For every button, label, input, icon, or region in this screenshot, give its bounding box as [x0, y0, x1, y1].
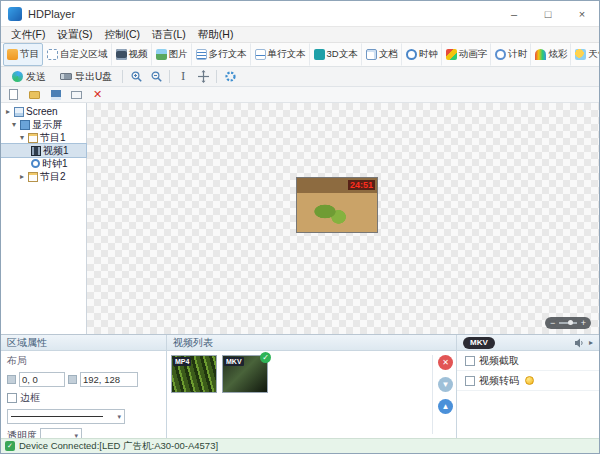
video-item-mp4[interactable]: MP4 — [171, 355, 217, 393]
tab-video[interactable]: 视频 — [112, 43, 152, 66]
tree-item-clock1[interactable]: 时钟1 — [1, 157, 86, 170]
device-status-text: Device Connected:[LED 广告机:A30-00-A4573] — [19, 440, 218, 453]
tab-label: 3D文本 — [327, 48, 358, 61]
tab-animated-text[interactable]: 动画字 — [442, 43, 492, 66]
menu-settings[interactable]: 设置(S) — [51, 28, 98, 42]
send-button[interactable]: 发送 — [5, 67, 53, 86]
film-icon — [31, 146, 41, 156]
tree-item-label: 视频1 — [43, 144, 69, 158]
video-transcode-checkbox[interactable] — [465, 376, 475, 386]
zoom-out-button[interactable] — [146, 67, 166, 86]
video-transcode-label: 视频转码 — [479, 374, 519, 388]
size-icon — [68, 375, 77, 384]
timer-icon — [495, 49, 506, 60]
expander-icon[interactable]: ▸ — [4, 107, 12, 116]
zoom-out-button[interactable]: − — [550, 317, 555, 329]
zoom-in-button[interactable] — [126, 67, 146, 86]
statusbar: ✓ Device Connected:[LED 广告机:A30-00-A4573… — [1, 438, 599, 453]
file-properties-header: MKV ▸ — [457, 335, 599, 351]
tab-multiline-text[interactable]: 多行文本 — [192, 43, 251, 66]
position-input[interactable] — [19, 372, 65, 387]
border-style-row: ▾ — [7, 409, 160, 424]
video-crop-checkbox[interactable] — [465, 356, 475, 366]
file-properties-body: 视频截取 视频转码 — [457, 351, 599, 438]
send-program-button[interactable] — [70, 88, 83, 101]
expander-icon[interactable]: ▾ — [10, 120, 18, 129]
folder-icon — [29, 91, 40, 99]
video-region-preview[interactable]: 24:51 — [296, 177, 378, 233]
video-list-header: 视频列表 — [167, 335, 456, 351]
delete-video-button[interactable]: ✕ — [438, 355, 453, 370]
expander-icon[interactable]: ▾ — [18, 133, 26, 142]
export-usb-label: 导出U盘 — [75, 70, 112, 84]
menu-control[interactable]: 控制(C) — [98, 28, 146, 42]
singleline-text-icon — [255, 49, 266, 60]
tab-singleline-text[interactable]: 单行文本 — [251, 43, 310, 66]
menu-help[interactable]: 帮助(H) — [192, 28, 240, 42]
main-area: ▸ Screen ▾ 显示屏 ▾ 节目1 视频1 时钟1 — [1, 103, 599, 334]
expander-icon[interactable]: ▸ — [18, 172, 26, 181]
new-file-icon — [9, 89, 18, 100]
colorful-icon — [535, 49, 546, 60]
settings-button[interactable] — [220, 67, 240, 86]
format-badge: MP4 — [173, 357, 191, 366]
tab-label: 图片 — [169, 48, 188, 61]
program-item-icon — [28, 172, 38, 182]
zoom-in-button[interactable]: + — [581, 317, 586, 329]
move-up-button[interactable]: ▲ — [438, 399, 453, 414]
minimize-button[interactable]: – — [497, 1, 531, 27]
tab-label: 单行文本 — [268, 48, 306, 61]
tab-document[interactable]: 文档 — [362, 43, 402, 66]
delete-program-button[interactable]: ✕ — [91, 88, 104, 101]
design-canvas: 24:51 − + — [87, 103, 599, 334]
clock-item-icon — [31, 159, 40, 168]
region-properties-panel: 区域属性 布局 边框 ▾ — [1, 335, 167, 438]
collapse-chevron-icon[interactable]: ▸ — [589, 338, 593, 347]
format-badge: MKV — [224, 357, 244, 366]
close-button[interactable]: × — [565, 1, 599, 27]
tab-label: 自定义区域 — [60, 48, 108, 61]
tab-colorful[interactable]: 炫彩 — [531, 43, 571, 66]
export-usb-button[interactable]: 导出U盘 — [53, 67, 119, 86]
action-toolbar: 发送 导出U盘 I — [1, 67, 599, 87]
open-button[interactable] — [28, 88, 41, 101]
menu-language[interactable]: 语言(L) — [146, 28, 192, 42]
tree-item-display[interactable]: ▾ 显示屏 — [1, 118, 86, 131]
toolbar-separator — [122, 70, 123, 83]
clock-icon — [406, 49, 417, 60]
tree-item-program2[interactable]: ▸ 节目2 — [1, 170, 86, 183]
border-style-select[interactable]: ▾ — [7, 409, 125, 424]
new-program-button[interactable] — [7, 88, 20, 101]
save-button[interactable] — [49, 88, 62, 101]
tab-image[interactable]: 图片 — [152, 43, 192, 66]
window-title: HDPlayer — [28, 8, 497, 20]
animated-text-icon — [446, 49, 457, 60]
text-cursor-button[interactable]: I — [173, 67, 193, 86]
program-toolbar: ✕ — [1, 87, 599, 103]
move-down-button[interactable]: ▼ — [438, 377, 453, 392]
tab-label: 炫彩 — [548, 48, 567, 61]
border-checkbox[interactable] — [7, 393, 17, 403]
size-input[interactable] — [80, 372, 138, 387]
tab-program[interactable]: 节目 — [3, 43, 43, 66]
tree-item-program1[interactable]: ▾ 节目1 — [1, 131, 86, 144]
format-badge: MKV — [463, 337, 495, 349]
tab-weather[interactable]: 天气 — [571, 43, 599, 66]
program-tree: ▸ Screen ▾ 显示屏 ▾ 节目1 视频1 时钟1 — [1, 103, 87, 334]
usb-icon — [60, 73, 72, 80]
tab-timer[interactable]: 计时 — [491, 43, 531, 66]
tab-clock[interactable]: 时钟 — [402, 43, 442, 66]
tab-custom-area[interactable]: 自定义区域 — [43, 43, 112, 66]
move-tool-button[interactable] — [193, 67, 213, 86]
video-item-mkv[interactable]: MKV ✓ — [222, 355, 268, 393]
zoom-slider[interactable] — [559, 322, 576, 324]
panel-title: 视频列表 — [173, 336, 213, 350]
layout-label: 布局 — [7, 354, 160, 368]
tab-3d-text[interactable]: 3D文本 — [310, 43, 362, 66]
maximize-button[interactable]: □ — [531, 1, 565, 27]
tree-item-video1[interactable]: 视频1 — [1, 144, 86, 157]
tree-item-screen[interactable]: ▸ Screen — [1, 105, 86, 118]
menu-file[interactable]: 文件(F) — [5, 28, 51, 42]
titlebar: HDPlayer – □ × — [1, 1, 599, 27]
speaker-icon[interactable] — [573, 337, 585, 349]
